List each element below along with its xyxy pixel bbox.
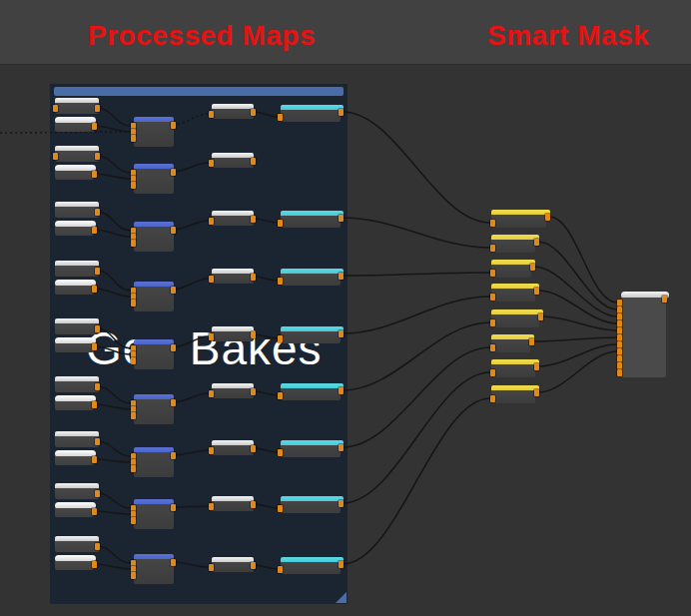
wire[interactable]: [538, 242, 617, 309]
input-pin[interactable]: [278, 392, 283, 399]
wire[interactable]: [343, 297, 490, 333]
source-node-b[interactable]: [55, 502, 96, 517]
source-node-b[interactable]: [55, 117, 96, 132]
map-output-node-cyan[interactable]: [281, 269, 344, 286]
process-node-blue[interactable]: [134, 164, 174, 194]
input-pin[interactable]: [131, 240, 136, 247]
source-node-b[interactable]: [55, 165, 96, 180]
process-node-blue[interactable]: [134, 222, 174, 252]
output-pin[interactable]: [339, 444, 344, 451]
source-node-b[interactable]: [55, 221, 96, 236]
output-pin[interactable]: [251, 158, 256, 165]
input-pin[interactable]: [131, 135, 136, 142]
output-pin[interactable]: [92, 343, 97, 350]
input-pin[interactable]: [209, 564, 214, 571]
input-pin[interactable]: [53, 105, 58, 112]
input-pin[interactable]: [490, 220, 495, 227]
output-pin[interactable]: [251, 216, 256, 223]
source-node-a[interactable]: [55, 431, 99, 447]
input-pin[interactable]: [131, 572, 136, 579]
output-pin[interactable]: [92, 227, 97, 234]
input-pin[interactable]: [131, 412, 136, 419]
input-pin[interactable]: [617, 341, 622, 348]
output-pin[interactable]: [95, 105, 100, 112]
frame-resize-handle[interactable]: [336, 592, 346, 603]
process-node-blue[interactable]: [134, 117, 174, 147]
input-pin[interactable]: [209, 390, 214, 397]
input-pin[interactable]: [278, 566, 283, 573]
frame-titlebar[interactable]: [54, 87, 344, 96]
input-pin[interactable]: [490, 344, 495, 351]
wire[interactable]: [173, 506, 209, 507]
output-pin[interactable]: [251, 331, 256, 338]
input-pin[interactable]: [490, 369, 495, 376]
output-pin[interactable]: [251, 501, 256, 508]
input-pin[interactable]: [617, 307, 622, 313]
input-pin[interactable]: [53, 153, 58, 160]
output-pin[interactable]: [251, 388, 256, 395]
output-pin[interactable]: [95, 490, 100, 497]
input-pin[interactable]: [278, 449, 283, 456]
input-pin[interactable]: [131, 357, 136, 364]
levels-node-white[interactable]: [212, 211, 254, 226]
output-pin[interactable]: [171, 227, 176, 234]
input-pin[interactable]: [617, 327, 622, 334]
input-pin[interactable]: [131, 300, 136, 307]
source-node-b[interactable]: [55, 395, 96, 410]
wire[interactable]: [538, 351, 617, 392]
output-pin[interactable]: [534, 239, 539, 246]
wire-dotted[interactable]: [0, 132, 131, 133]
output-pin[interactable]: [95, 268, 100, 275]
map-output-node-cyan[interactable]: [281, 496, 344, 513]
input-pin[interactable]: [617, 362, 622, 369]
output-pin[interactable]: [339, 500, 344, 507]
process-node-blue[interactable]: [134, 499, 174, 529]
levels-node-white[interactable]: [212, 104, 254, 119]
output-pin[interactable]: [529, 338, 534, 345]
levels-node-white[interactable]: [212, 557, 254, 572]
levels-node-white[interactable]: [212, 326, 254, 341]
wire[interactable]: [533, 337, 617, 341]
input-pin[interactable]: [617, 355, 622, 362]
source-node-a[interactable]: [55, 202, 99, 218]
source-node-a[interactable]: [55, 261, 99, 277]
map-output-node-cyan[interactable]: [281, 440, 344, 457]
input-pin[interactable]: [490, 294, 495, 301]
input-pin[interactable]: [278, 335, 283, 342]
map-output-node-cyan[interactable]: [281, 326, 344, 343]
mask-node-yellow[interactable]: [491, 309, 543, 327]
input-pin[interactable]: [617, 320, 622, 327]
levels-node-white[interactable]: [212, 440, 254, 455]
source-node-a[interactable]: [55, 98, 99, 114]
input-pin[interactable]: [278, 114, 283, 121]
input-pin[interactable]: [490, 245, 495, 252]
output-pin[interactable]: [92, 561, 97, 568]
levels-node-white[interactable]: [212, 383, 254, 398]
source-node-a[interactable]: [55, 146, 99, 162]
process-node-blue[interactable]: [134, 554, 174, 584]
input-pin[interactable]: [617, 300, 622, 307]
output-pin[interactable]: [251, 109, 256, 116]
output-pin[interactable]: [95, 383, 100, 390]
output-pin[interactable]: [171, 452, 176, 459]
levels-node-white[interactable]: [212, 153, 254, 168]
output-pin[interactable]: [339, 215, 344, 222]
output-pin[interactable]: [95, 543, 100, 550]
output-pin[interactable]: [95, 209, 100, 216]
output-pin[interactable]: [171, 559, 176, 566]
mask-node-yellow[interactable]: [491, 359, 539, 377]
output-pin[interactable]: [95, 438, 100, 445]
output-pin[interactable]: [339, 273, 344, 280]
output-pin[interactable]: [92, 286, 97, 293]
source-node-a[interactable]: [55, 318, 99, 334]
process-node-blue[interactable]: [134, 282, 174, 311]
input-pin[interactable]: [490, 395, 495, 402]
output-pin[interactable]: [171, 504, 176, 511]
output-pin[interactable]: [662, 296, 667, 303]
output-pin[interactable]: [171, 169, 176, 176]
output-pin[interactable]: [92, 401, 97, 408]
input-pin[interactable]: [131, 517, 136, 524]
wire[interactable]: [538, 291, 617, 323]
wire[interactable]: [343, 398, 490, 564]
wire[interactable]: [538, 344, 617, 366]
